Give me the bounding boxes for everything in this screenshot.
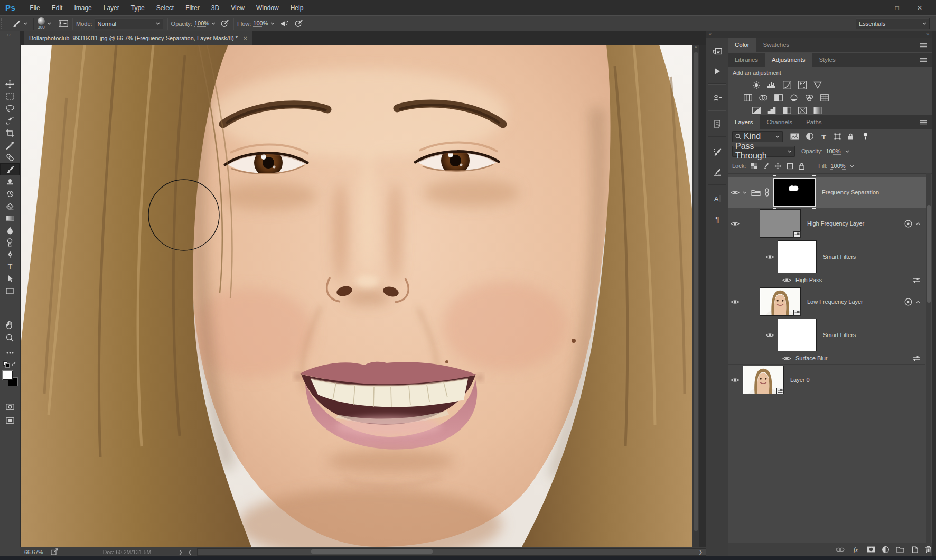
minimize-button[interactable]: – (874, 4, 877, 12)
move-tool[interactable] (0, 78, 20, 90)
zoom-tool[interactable] (0, 332, 20, 344)
layer-name[interactable]: Low Frequency Layer (807, 298, 863, 305)
smart-filter-icon[interactable] (904, 220, 912, 228)
notes-panel-icon[interactable] (706, 116, 728, 132)
rectangle-tool[interactable] (0, 285, 20, 297)
lock-paint-icon[interactable] (762, 163, 769, 170)
type-layer-filter-icon[interactable]: T (820, 133, 827, 140)
lock-all-icon[interactable] (799, 163, 804, 170)
menu-edit[interactable]: Edit (46, 4, 69, 12)
delete-layer-button[interactable] (925, 546, 932, 553)
adjustments-panel-menu[interactable] (920, 53, 932, 67)
link-layers-button[interactable] (836, 547, 845, 552)
lock-transparent-icon[interactable] (751, 163, 757, 169)
new-group-button[interactable] (896, 546, 904, 553)
lock-artboard-icon[interactable] (787, 163, 793, 170)
visibility-toggle[interactable] (763, 254, 776, 260)
menu-3d[interactable]: 3D (205, 4, 225, 12)
layer-style-button[interactable]: fx (851, 546, 860, 553)
smart-filter-mask-thumbnail[interactable] (778, 319, 817, 351)
tab-adjustments[interactable]: Adjustments (765, 53, 812, 67)
threshold-icon[interactable] (782, 106, 792, 115)
layer-row-high-pass[interactable]: High Pass (728, 274, 925, 286)
menu-type[interactable]: Type (125, 4, 151, 12)
collapse-filters-chevron[interactable] (916, 222, 920, 225)
layer-row-frequency-separation[interactable]: Frequency Separation (728, 177, 926, 208)
visibility-toggle[interactable] (728, 377, 742, 383)
layer-name[interactable]: Smart Filters (823, 332, 856, 338)
spot-healing-brush-tool[interactable] (0, 151, 20, 163)
layer-name[interactable]: Frequency Separation (822, 189, 879, 195)
layer-row-high-frequency[interactable]: High Frequency Layer (728, 208, 925, 239)
layer-thumbnail[interactable] (760, 287, 801, 316)
visibility-toggle[interactable] (728, 190, 742, 195)
color-panel-menu[interactable] (920, 38, 932, 52)
history-panel-icon[interactable] (706, 43, 728, 59)
airbrush-icon[interactable] (280, 20, 288, 27)
dodge-tool[interactable] (0, 236, 20, 248)
layer-blend-mode-select[interactable]: Pass Through (732, 146, 795, 157)
opacity-value[interactable]: 100% (194, 20, 209, 27)
selective-color-icon[interactable] (797, 106, 808, 115)
scroll-right-arrow[interactable]: ❯ (698, 549, 703, 555)
layer-row-surface-blur[interactable]: Surface Blur (728, 352, 925, 365)
dock-collapse-header[interactable]: « (706, 31, 728, 38)
layer-name[interactable]: Layer 0 (790, 377, 810, 383)
chevron-down-icon[interactable] (845, 150, 849, 153)
brush-presets-panel-icon[interactable] (706, 164, 728, 180)
visibility-toggle[interactable] (763, 332, 776, 338)
layer-opacity-value[interactable]: 100% (826, 148, 840, 155)
add-layer-mask-button[interactable] (867, 546, 875, 553)
flow-value[interactable]: 100% (253, 20, 268, 27)
invert-icon[interactable] (751, 106, 762, 115)
shape-layer-filter-icon[interactable] (834, 133, 841, 140)
scroll-up-arrow[interactable]: ⌃ (694, 46, 698, 51)
character-panel-icon[interactable]: A (706, 191, 728, 207)
tab-layers[interactable]: Layers (728, 115, 760, 129)
tab-styles[interactable]: Styles (812, 53, 842, 67)
smart-filter-mask-thumbnail[interactable] (778, 240, 817, 273)
device-preview-panel-icon[interactable] (706, 90, 728, 106)
posterize-icon[interactable] (766, 106, 777, 115)
menu-file[interactable]: File (24, 4, 45, 12)
quick-selection-tool[interactable] (0, 115, 20, 127)
collapse-filters-chevron[interactable] (916, 301, 920, 303)
quick-mask-button[interactable] (0, 400, 20, 413)
hand-tool[interactable] (0, 319, 20, 331)
canvas-image[interactable] (21, 45, 692, 547)
default-swap-colors[interactable] (0, 358, 20, 370)
brush-preset-picker[interactable]: 300 (38, 17, 45, 30)
menu-image[interactable]: Image (68, 4, 97, 12)
clone-stamp-tool[interactable] (0, 175, 20, 188)
channel-mixer-icon[interactable] (804, 93, 815, 102)
tab-libraries[interactable]: Libraries (728, 53, 765, 67)
layer-filtering-toggle[interactable] (863, 133, 868, 140)
group-layer-mask-thumbnail[interactable] (773, 178, 816, 207)
screen-mode-button[interactable] (0, 414, 20, 426)
pressure-opacity-icon[interactable] (221, 20, 229, 27)
chevron-down-icon[interactable] (211, 22, 216, 25)
gradient-tool[interactable] (0, 212, 20, 224)
export-icon[interactable] (51, 548, 59, 555)
visibility-toggle[interactable] (728, 299, 742, 305)
new-adjustment-layer-button[interactable] (882, 546, 889, 553)
toolbar-grip[interactable]: ›› (7, 32, 11, 38)
actions-panel-icon[interactable] (706, 63, 728, 79)
tool-preset-picker[interactable] (10, 17, 30, 30)
smart-object-filter-icon[interactable] (848, 133, 854, 140)
layer-filter-kind-select[interactable]: Kind (732, 131, 783, 142)
fill-value[interactable]: 100% (830, 163, 845, 170)
blur-tool[interactable] (0, 224, 20, 236)
brush-tool[interactable] (0, 163, 20, 175)
gradient-map-icon[interactable] (812, 106, 823, 115)
toggle-brush-panel-button[interactable] (59, 20, 68, 27)
maximize-button[interactable]: □ (895, 4, 899, 12)
vibrance-icon[interactable] (812, 80, 823, 89)
layer-row-layer-0[interactable]: Layer 0 (728, 364, 925, 396)
menu-layer[interactable]: Layer (98, 4, 125, 12)
smart-filter-icon[interactable] (904, 298, 912, 306)
lock-position-icon[interactable] (774, 163, 781, 170)
vertical-scroll-thumb[interactable] (694, 52, 698, 531)
levels-icon[interactable] (766, 80, 777, 89)
menu-help[interactable]: Help (285, 4, 310, 12)
